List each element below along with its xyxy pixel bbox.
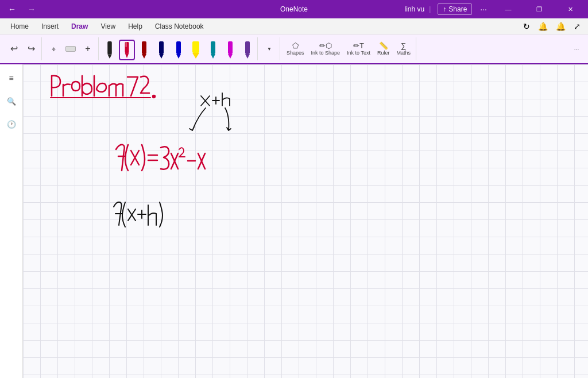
pen-darkblue-icon	[158, 41, 164, 59]
svg-marker-8	[159, 54, 164, 59]
undo-icon: ↩	[10, 44, 18, 53]
svg-point-19	[153, 95, 155, 98]
svg-rect-5	[142, 41, 146, 54]
svg-marker-1	[107, 55, 112, 59]
pen-purple-icon	[245, 41, 250, 59]
share-button[interactable]: ↑ Share	[438, 3, 472, 15]
bell-icon[interactable]: 🔔	[535, 21, 551, 32]
sidebar-recent-button[interactable]: 🕐	[2, 115, 21, 133]
svg-rect-17	[245, 41, 250, 54]
maths-label: Maths	[396, 50, 411, 56]
menubar: Home Insert Draw View Help Class Noteboo…	[0, 18, 588, 34]
pen-purple[interactable]	[239, 40, 256, 60]
svg-marker-4	[125, 53, 129, 58]
ink-to-shape-button[interactable]: ✏⬡ Ink to Shape	[308, 38, 343, 59]
selection-tools-group: ⌖ +	[43, 37, 99, 60]
draw-toolbar: ↩ ↪ ⌖ +	[0, 34, 588, 64]
ink-to-text-button[interactable]: ✏T Ink to Text	[344, 38, 373, 59]
eraser-button[interactable]	[63, 38, 79, 59]
maths-button[interactable]: ∑ Maths	[393, 38, 413, 59]
svg-rect-13	[211, 41, 215, 54]
undo-redo-group: ↩ ↪	[3, 37, 42, 60]
user-name: linh vu	[404, 5, 424, 13]
minimize-button[interactable]: —	[495, 0, 521, 18]
pen-teal-icon	[210, 41, 216, 59]
fxplush-expression	[114, 202, 163, 227]
svg-rect-3	[125, 42, 127, 47]
more-options-button[interactable]: ···	[477, 2, 490, 16]
pen-dropdown-button[interactable]: ▼	[261, 38, 277, 59]
close-button[interactable]: ✕	[557, 0, 583, 18]
lasso-button[interactable]: ⌖	[45, 38, 61, 59]
svg-marker-12	[192, 53, 199, 59]
pen-magenta[interactable]	[222, 40, 238, 60]
titlebar: ← → OneNote linh vu | ↑ Share ··· — ❐ ✕	[0, 0, 588, 18]
menu-draw[interactable]: Draw	[65, 20, 94, 33]
svg-marker-10	[176, 54, 181, 59]
problem72-text	[51, 76, 155, 98]
nav-forward[interactable]: →	[24, 2, 39, 16]
sidebar-search-button[interactable]: 🔍	[2, 92, 21, 110]
canvas-area[interactable]	[23, 64, 588, 378]
pen-black[interactable]	[102, 40, 118, 60]
shapes-button[interactable]: ⬠ Shapes	[284, 38, 307, 59]
redo-icon: ↪	[28, 44, 35, 53]
pen-red-icon	[123, 42, 130, 58]
ink-to-shape-icon: ✏⬡	[319, 42, 332, 49]
app-title: OneNote	[280, 5, 308, 13]
svg-marker-14	[211, 54, 215, 59]
shapes-label: Shapes	[287, 50, 304, 56]
menu-home[interactable]: Home	[5, 20, 34, 33]
menu-help[interactable]: Help	[122, 20, 148, 33]
shapes-icon: ⬠	[292, 42, 299, 49]
ink-to-shape-label: Ink to Shape	[311, 50, 341, 56]
pen-darkred-icon	[141, 41, 147, 59]
handwriting-layer	[23, 64, 588, 378]
highlighter-yellow-icon	[192, 41, 200, 59]
pen-blue[interactable]	[171, 40, 187, 60]
menu-insert[interactable]: Insert	[36, 20, 64, 33]
notifications-icon[interactable]: 🔔	[553, 21, 568, 32]
menu-view[interactable]: View	[95, 20, 121, 33]
svg-rect-15	[228, 41, 233, 54]
pen-darkblue[interactable]	[153, 40, 169, 60]
sidebar-menu-button[interactable]: ≡	[2, 69, 21, 87]
menu-class-notebook[interactable]: Class Notebook	[149, 20, 210, 33]
xplush-annotation	[189, 93, 231, 130]
restore-button[interactable]: ❐	[526, 0, 552, 18]
action-tools-group: ⬠ Shapes ✏⬡ Ink to Shape ✏T Ink to Text …	[281, 37, 416, 60]
pen-darkred[interactable]	[136, 40, 152, 60]
pen-red-selected[interactable]	[119, 40, 135, 60]
add-pen-button[interactable]: +	[80, 38, 96, 59]
ruler-label: Ruler	[377, 50, 390, 56]
pen-palette	[100, 37, 258, 60]
ruler-icon: 📏	[379, 42, 388, 49]
nav-back[interactable]: ←	[5, 2, 20, 16]
share-label: Share	[448, 5, 467, 13]
toolbar-more-group: ···	[568, 38, 585, 59]
expand-icon[interactable]: ⤢	[571, 21, 583, 32]
pen-teal[interactable]	[205, 40, 221, 60]
lasso-icon: ⌖	[52, 45, 56, 53]
svg-marker-6	[142, 54, 146, 59]
pen-black-icon	[106, 41, 113, 59]
share-icon: ↑	[443, 5, 446, 13]
pen-blue-icon	[176, 41, 181, 59]
maths-icon: ∑	[401, 42, 406, 49]
svg-rect-11	[192, 41, 199, 53]
grid-paper	[23, 64, 588, 378]
redo-button[interactable]: ↪	[23, 38, 39, 59]
ruler-button[interactable]: 📏 Ruler	[374, 38, 393, 59]
pen-magenta-icon	[227, 41, 233, 59]
undo-button[interactable]: ↩	[6, 38, 22, 59]
highlighter-yellow[interactable]	[188, 40, 204, 60]
fx-equation	[116, 145, 205, 171]
svg-marker-16	[228, 54, 233, 59]
ink-to-text-icon: ✏T	[353, 42, 364, 49]
svg-rect-7	[159, 41, 164, 54]
svg-rect-0	[107, 41, 112, 55]
pen-dropdown-group: ▼	[259, 37, 280, 60]
toolbar-more-button[interactable]: ···	[568, 38, 585, 59]
svg-marker-18	[245, 54, 250, 59]
sync-icon[interactable]: ↻	[520, 21, 533, 32]
